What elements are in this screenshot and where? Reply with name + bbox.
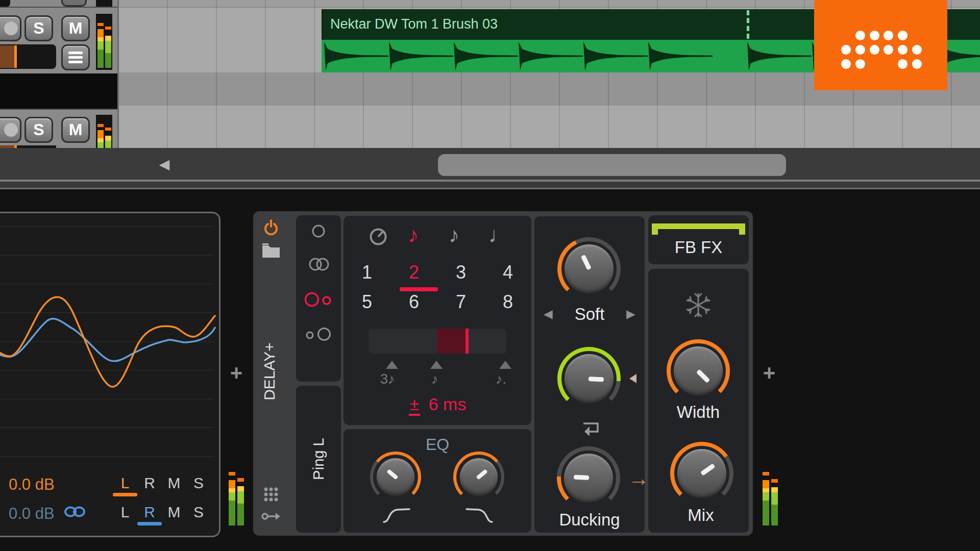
eq-highpass-knob[interactable] — [370, 452, 421, 503]
solo-button-track2[interactable]: S — [24, 117, 53, 143]
bitwig-logo — [814, 0, 947, 90]
width-knob[interactable] — [667, 339, 730, 403]
track-header-column: S M S M — [0, 0, 119, 148]
channel-S[interactable]: S — [186, 474, 211, 492]
channel-S[interactable]: S — [186, 504, 211, 521]
button-fragment — [61, 0, 87, 7]
drive-mode-label[interactable]: Soft — [551, 305, 628, 324]
track-row-2[interactable]: S M — [0, 109, 117, 149]
lowpass-curve-icon — [463, 507, 494, 524]
highpass-curve-icon — [382, 507, 412, 524]
stereo-link-icon[interactable] — [64, 505, 87, 518]
delay-mode-label-panel[interactable]: Ping L — [296, 386, 341, 533]
mute-label: M — [69, 120, 83, 139]
time-mode-clock-icon[interactable] — [369, 228, 387, 246]
delay-mode-panel — [296, 215, 341, 382]
drive-knob[interactable] — [557, 237, 621, 300]
channel-L[interactable]: L — [113, 474, 137, 492]
freeze-snowflake-icon[interactable] — [686, 293, 710, 317]
channel-selector-bottom[interactable]: LRMS — [113, 504, 211, 521]
mode-ping-pong-left-icon[interactable] — [303, 292, 335, 307]
channel-R[interactable]: R — [137, 474, 162, 492]
fb-fx-slot[interactable]: FB FX — [648, 215, 749, 264]
time-mode-quarter-icon[interactable]: ♩ — [488, 223, 510, 247]
delay-mode-label[interactable]: Ping L — [310, 408, 327, 510]
mix-label: Mix — [652, 506, 749, 525]
eq-panel: EQ — [344, 429, 531, 533]
width-mix-panel: Width Mix — [648, 269, 749, 533]
gain-left-value[interactable]: 0.0 dB — [9, 475, 55, 494]
offset-sign[interactable]: ± — [409, 394, 421, 416]
beat-1[interactable]: 1 — [362, 262, 372, 283]
add-device-before-button[interactable]: + — [225, 362, 248, 384]
channel-R[interactable]: R — [137, 504, 162, 521]
track1-level-meter — [96, 14, 112, 70]
mapping-arrow-icon[interactable] — [261, 511, 281, 521]
beat-8[interactable]: 8 — [503, 291, 513, 313]
device-power-icon[interactable] — [262, 219, 280, 237]
time-mode-sixteenth-icon[interactable]: ♪ — [408, 223, 419, 247]
channel-M[interactable]: M — [162, 504, 186, 521]
beat-7[interactable]: 7 — [456, 291, 466, 313]
time-mode-eighth-icon[interactable]: ♪ — [449, 223, 459, 247]
marker-straight-triangle[interactable] — [430, 361, 443, 369]
offset-value[interactable]: 6 ms — [429, 394, 467, 414]
delay-plus-device[interactable]: DELAY+ — [253, 211, 753, 536]
mute-button-track1[interactable]: M — [61, 15, 90, 41]
track-menu-button[interactable] — [61, 44, 90, 70]
fine-offset-slider[interactable] — [369, 329, 506, 354]
solo-button-track1[interactable]: S — [24, 15, 53, 41]
ducking-knob[interactable] — [557, 446, 620, 510]
track-above-sliver — [0, 0, 117, 7]
preset-folder-icon[interactable] — [262, 243, 280, 258]
beat-5[interactable]: 5 — [362, 291, 372, 313]
beat-row-1: 1 2 3 4 — [344, 262, 531, 283]
header-divider[interactable] — [117, 0, 119, 148]
marker-dotted-triangle[interactable] — [499, 361, 511, 369]
device-title[interactable]: DELAY+ — [261, 338, 278, 405]
beat-2-selected[interactable]: 2 — [409, 262, 419, 283]
ducking-to-mix-arrow-icon: → — [626, 466, 651, 491]
fader-handle[interactable] — [14, 45, 17, 68]
clip-loop-marker[interactable] — [747, 10, 749, 39]
marker-triplet-triangle[interactable] — [386, 361, 398, 369]
eq-lowpass-knob[interactable] — [453, 452, 504, 503]
width-label: Width — [652, 403, 744, 422]
fx-slot-active-bar — [652, 223, 745, 229]
beat-3[interactable]: 3 — [456, 262, 466, 283]
gain-right-value[interactable]: 0.0 dB — [9, 505, 55, 523]
drive-mode-next-icon[interactable]: ▶ — [626, 307, 635, 321]
track-fader[interactable] — [0, 44, 56, 69]
meter-bar-left — [97, 29, 104, 68]
beat-4[interactable]: 4 — [503, 262, 513, 283]
track-row-1[interactable]: S M — [0, 7, 117, 73]
meter-peak — [97, 23, 104, 26]
straight-note-icon: ♪ — [431, 371, 438, 387]
feedback-return-icon[interactable] — [578, 419, 601, 437]
mute-label: M — [69, 19, 83, 38]
section-divider-band — [0, 182, 980, 188]
fb-fx-label[interactable]: FB FX — [648, 238, 749, 257]
record-arm-button[interactable] — [0, 15, 21, 41]
offset-readout[interactable]: ± 6 ms — [344, 394, 531, 414]
mode-stereo-icon[interactable] — [304, 257, 333, 271]
beat-6[interactable]: 6 — [409, 291, 419, 313]
add-device-after-button[interactable]: + — [758, 362, 780, 384]
mix-knob[interactable] — [670, 442, 733, 505]
record-circle-icon — [4, 21, 18, 35]
scroll-left-arrow-icon[interactable]: ◀ — [153, 153, 176, 176]
scrollbar-thumb[interactable] — [438, 154, 786, 176]
feedback-knob[interactable] — [557, 347, 621, 410]
mute-button-track2[interactable]: M — [61, 117, 90, 143]
channel-L[interactable]: L — [113, 504, 137, 521]
mode-mono-icon[interactable] — [311, 224, 326, 238]
record-arm-button[interactable] — [0, 117, 21, 143]
channel-selector-top[interactable]: LRMS — [113, 474, 211, 492]
clip-name: Nektar DW Tom 1 Brush 03 — [330, 16, 498, 32]
remote-controls-icon[interactable] — [263, 487, 279, 502]
offset-slider-handle[interactable] — [465, 329, 469, 354]
dotted-note-icon: ♪. — [496, 371, 506, 387]
channel-M[interactable]: M — [162, 474, 186, 492]
arranger-timeline[interactable]: Nektar DW Tom 1 Brush 03 — [0, 0, 980, 148]
mode-ping-pong-right-icon[interactable] — [303, 327, 335, 342]
